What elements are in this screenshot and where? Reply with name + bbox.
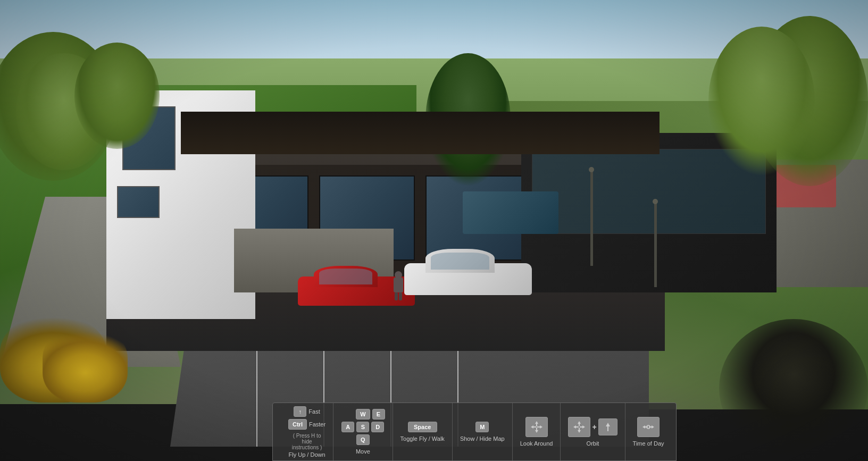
orbit-icon-group: +: [568, 417, 617, 437]
fly-keys-row-2: Ctrl Faster: [288, 419, 326, 430]
map-keys: M: [475, 422, 489, 432]
key-ctrl: Ctrl: [288, 419, 307, 430]
press-h-hint: ( Press H to hide instructions ): [288, 433, 326, 450]
up-arrow-svg: [602, 421, 614, 433]
key-a: A: [341, 422, 354, 432]
svg-rect-19: [645, 426, 648, 428]
toggle-label: Toggle Fly / Walk: [400, 435, 445, 442]
key-space: Space: [408, 422, 437, 432]
svg-rect-11: [575, 426, 579, 428]
svg-rect-17: [607, 426, 608, 431]
orbit-plus: +: [592, 423, 596, 431]
svg-rect-13: [580, 426, 583, 428]
key-up-arrow: ↑: [294, 406, 306, 417]
svg-rect-7: [537, 426, 540, 428]
move-keys-row-bot: Q: [356, 434, 370, 445]
hud-toggle-section: Space Toggle Fly / Walk: [393, 403, 453, 460]
key-e: E: [372, 409, 385, 420]
hud-orbit-section: + Orbit: [561, 403, 625, 460]
time-label: Time of Day: [633, 440, 664, 447]
svg-rect-21: [649, 426, 652, 428]
toggle-keys: Space: [408, 422, 437, 432]
hud-look-section: Look Around: [513, 403, 561, 460]
hud-toolbar: ↑ Fast Ctrl Faster ( Press H to hide ins…: [272, 403, 677, 461]
four-arrow-svg: [529, 420, 544, 434]
map-label: Show / Hide Map: [460, 435, 505, 442]
time-of-day-icon: [637, 417, 660, 437]
hud-move-section: E W E A S D Q Move: [333, 403, 393, 460]
orbit-icon: [568, 417, 590, 437]
look-icon-group: [525, 417, 548, 437]
hud-fly-section: ↑ Fast Ctrl Faster ( Press H to hide ins…: [281, 403, 333, 460]
look-around-icon: [525, 417, 548, 437]
svg-rect-5: [533, 426, 536, 428]
key-s: S: [356, 422, 369, 432]
tree-left-3: [74, 43, 160, 149]
hud-time-section: Time of Day: [625, 403, 672, 460]
svg-rect-3: [536, 428, 537, 431]
move-keys: E W E A S D Q: [341, 409, 385, 445]
time-arrow-svg: [641, 420, 656, 434]
orbit-arrow-svg: [572, 420, 587, 434]
person-silhouette: [394, 271, 403, 300]
time-icon-group: [637, 417, 660, 437]
lamp-post-1: [590, 170, 593, 266]
move-keys-row-mid: A S D: [341, 422, 384, 432]
tower-window-2: [117, 186, 160, 218]
orbit-label: Orbit: [587, 440, 599, 447]
key-m: M: [475, 422, 489, 432]
3d-scene: [0, 0, 868, 461]
svg-rect-15: [579, 428, 580, 431]
lamp-head-1: [589, 167, 594, 172]
look-label: Look Around: [520, 440, 553, 447]
fly-label: Fly Up / Down: [289, 451, 326, 458]
roof-overhang: [181, 112, 660, 154]
svg-rect-1: [536, 423, 537, 426]
pool: [463, 191, 558, 234]
hud-map-section: M Show / Hide Map: [453, 403, 513, 460]
lamp-post-2: [654, 202, 657, 287]
move-keys-row-top: E W E: [341, 409, 385, 420]
fly-keys: ↑ Fast Ctrl Faster: [288, 406, 326, 430]
key-d: D: [371, 422, 384, 432]
tree-right-2: [708, 27, 815, 175]
svg-marker-16: [606, 423, 610, 426]
move-label: Move: [356, 448, 370, 455]
key-q: Q: [356, 434, 370, 445]
key-w: W: [356, 409, 370, 420]
orbit-up-icon: [598, 418, 617, 435]
car-white: [404, 242, 532, 295]
fly-keys-row-1: ↑ Fast: [294, 406, 320, 417]
lamp-head-2: [653, 199, 658, 204]
svg-rect-9: [579, 423, 580, 426]
tree-bottom-right: [719, 319, 868, 457]
shrub-yellow-2: [43, 328, 128, 403]
faster-label: Faster: [309, 421, 326, 428]
fast-label: Fast: [308, 408, 320, 415]
